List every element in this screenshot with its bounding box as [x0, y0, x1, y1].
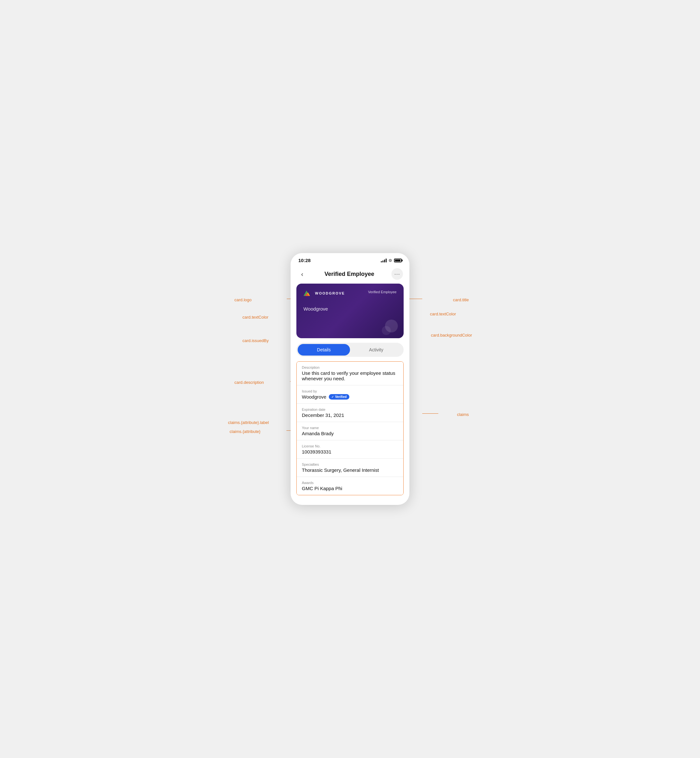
claim-name: Your name Amanda Brady — [297, 422, 403, 440]
annotation-claims-value: claims.{attribute} — [230, 429, 260, 434]
page-title: Verified Employee — [324, 271, 374, 278]
claim-value-expiration: December 31, 2021 — [302, 413, 398, 418]
signal-icon — [381, 259, 387, 263]
claim-expiration: Expiration date December 31, 2021 — [297, 404, 403, 422]
wifi-icon: ⊜ — [389, 258, 392, 263]
claim-specialties: Specialties Thorassic Surgery, General I… — [297, 459, 403, 477]
claim-label-specialties: Specialties — [302, 463, 398, 466]
status-bar: 10:28 ⊜ — [291, 253, 409, 266]
claim-value-row-issued-by: Woodgrove ✓ Verified — [302, 394, 398, 400]
card-title-badge: Verified Employee — [368, 290, 397, 294]
annotation-claims-label: claims.{attribute}.label — [228, 420, 269, 425]
card-top: WOODGROVE Verified Employee — [303, 290, 397, 297]
claim-value-license: 10039393331 — [302, 449, 398, 455]
claim-label-name: Your name — [302, 426, 398, 430]
card-issuer-name: Woodgrove — [303, 306, 328, 311]
credential-card: WOODGROVE Verified Employee Woodgrove — [296, 284, 404, 338]
more-icon: ··· — [394, 271, 400, 278]
annotation-claims: claims — [457, 412, 469, 417]
checkmark-icon: ✓ — [331, 395, 334, 399]
card-logo-area: WOODGROVE — [303, 290, 345, 297]
annotation-card-description: card.description — [234, 380, 264, 385]
claim-value-awards: GMC Pi Kappa Phi — [302, 486, 398, 491]
annotation-card-logo: card.logo — [234, 297, 252, 302]
annotation-card-issuedby: card.issuedBy — [242, 338, 269, 343]
status-icons: ⊜ — [381, 258, 402, 263]
claim-description: Description Use this card to verify your… — [297, 362, 403, 385]
annotation-card-bgcolor: card.backgroundColor — [431, 333, 472, 338]
claim-label-expiration: Expiration date — [302, 408, 398, 411]
claim-label-description: Description — [302, 366, 398, 369]
phone-frame: 10:28 ⊜ ‹ Verified Employee — [291, 253, 409, 505]
more-button[interactable]: ··· — [391, 268, 403, 280]
tab-activity[interactable]: Activity — [350, 344, 402, 356]
annotation-card-title: card.title — [453, 297, 469, 302]
annotation-card-textcolor-right: card.textColor — [430, 311, 456, 316]
back-chevron-icon: ‹ — [301, 270, 303, 278]
app-header: ‹ Verified Employee ··· — [291, 266, 409, 284]
outer-wrapper: card.logo card.title card.textColor card… — [225, 234, 475, 524]
card-bottom: Woodgrove — [303, 306, 397, 311]
claim-value-description: Use this card to verify your employee st… — [302, 370, 398, 381]
claim-label-awards: Awards — [302, 481, 398, 484]
woodgrove-logo-svg — [303, 290, 312, 297]
battery-icon — [394, 259, 402, 263]
card-decoration-circle-2 — [382, 326, 391, 335]
claim-value-specialties: Thorassic Surgery, General Internist — [302, 467, 398, 473]
verified-badge: ✓ Verified — [329, 394, 349, 400]
claim-label-issued-by: Issued by — [302, 389, 398, 393]
claim-value-issued-by: Woodgrove — [302, 394, 326, 400]
tab-details[interactable]: Details — [298, 344, 350, 356]
tabs-container: Details Activity — [296, 343, 404, 357]
claim-license: License No. 10039393331 — [297, 440, 403, 459]
card-logo-text: WOODGROVE — [315, 291, 345, 295]
claim-label-license: License No. — [302, 444, 398, 448]
back-button[interactable]: ‹ — [297, 269, 307, 279]
claims-content: Description Use this card to verify your… — [296, 361, 404, 495]
claim-issued-by: Issued by Woodgrove ✓ Verified — [297, 385, 403, 404]
status-time: 10:28 — [298, 258, 311, 263]
annotation-card-textcolor-left: card.textColor — [242, 315, 269, 320]
claim-value-name: Amanda Brady — [302, 431, 398, 436]
claim-awards: Awards GMC Pi Kappa Phi — [297, 477, 403, 495]
